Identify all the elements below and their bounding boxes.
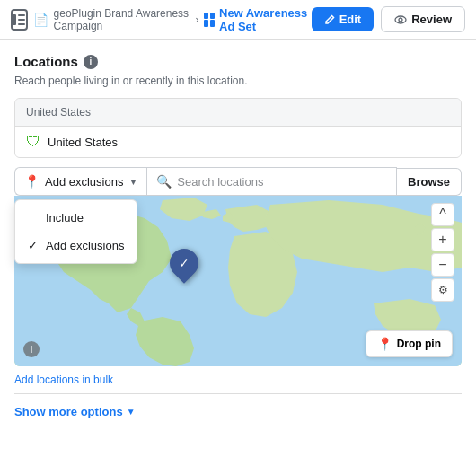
- svg-rect-2: [18, 19, 25, 21]
- map-location-marker: ✓: [170, 249, 198, 277]
- dropdown-include-label: Include: [46, 211, 84, 224]
- exclusions-label: Add exclusions: [45, 175, 123, 189]
- dropdown-item-include[interactable]: Include: [15, 204, 137, 232]
- search-locations-box: 🔍 Search locations: [146, 167, 397, 196]
- locations-subtitle: Reach people living in or recently in th…: [14, 75, 462, 87]
- drop-pin-button[interactable]: 📍 Drop pin: [366, 330, 453, 357]
- drop-pin-icon: 📍: [377, 337, 392, 351]
- exclusions-caret-icon: ▼: [128, 177, 137, 187]
- search-icon: 🔍: [156, 174, 172, 189]
- browse-button[interactable]: Browse: [397, 168, 462, 196]
- exclusions-check-icon: ✓: [28, 239, 39, 252]
- location-item-label: United States: [48, 136, 118, 149]
- adset-title-wrapper: New Awareness Ad Set: [204, 6, 311, 33]
- pin-red-icon: 📍: [24, 174, 40, 189]
- svg-rect-1: [18, 14, 25, 16]
- svg-rect-0: [13, 14, 16, 25]
- main-content: Locations i Reach people living in or re…: [0, 40, 476, 366]
- edit-button[interactable]: Edit: [312, 7, 375, 31]
- svg-point-5: [399, 18, 402, 22]
- location-box: United States 🛡 United States: [14, 98, 462, 158]
- divider: [14, 393, 462, 394]
- show-more-label: Show more options: [14, 405, 123, 418]
- svg-point-4: [395, 16, 406, 23]
- svg-rect-3: [18, 23, 25, 25]
- map-collapse-button[interactable]: ^: [431, 203, 454, 226]
- campaign-doc-icon: 📄: [33, 13, 48, 27]
- edit-icon: [324, 14, 335, 25]
- top-bar: 📄 geoPlugin Brand Awareness Campaign › N…: [0, 0, 476, 40]
- map-controls: ^ + − ⚙: [431, 203, 454, 302]
- breadcrumb-separator: ›: [195, 13, 198, 26]
- location-item: 🛡 United States: [15, 127, 461, 157]
- dropdown-exclusions-label: Add exclusions: [46, 239, 124, 252]
- add-exclusions-button[interactable]: 📍 Add exclusions ▼: [14, 167, 146, 196]
- map-zoom-in-button[interactable]: +: [431, 228, 454, 251]
- bottom-section: Add locations in bulk Show more options …: [0, 366, 476, 422]
- add-locations-bulk-link[interactable]: Add locations in bulk: [14, 374, 462, 386]
- dropdown-item-add-exclusions[interactable]: ✓ Add exclusions: [15, 232, 137, 259]
- drop-pin-label: Drop pin: [397, 338, 441, 350]
- breadcrumb: 📄 geoPlugin Brand Awareness Campaign › N…: [11, 6, 312, 33]
- show-more-caret-icon: ▼: [127, 407, 136, 417]
- top-bar-actions: Edit Review: [312, 6, 465, 32]
- map-zoom-out-button[interactable]: −: [431, 253, 454, 277]
- campaign-name: geoPlugin Brand Awareness Campaign: [54, 7, 190, 32]
- map-settings-button[interactable]: ⚙: [431, 278, 454, 302]
- shield-check-icon: 🛡: [26, 134, 40, 150]
- eye-icon: [394, 13, 407, 26]
- adset-grid-icon: [204, 13, 215, 27]
- exclusions-dropdown: Include ✓ Add exclusions: [14, 199, 137, 264]
- controls-row: 📍 Add exclusions ▼ 🔍 Search locations Br…: [14, 167, 462, 196]
- location-header: United States: [15, 99, 461, 127]
- review-button[interactable]: Review: [381, 6, 465, 32]
- show-more-button[interactable]: Show more options ▼: [14, 401, 136, 422]
- locations-info-icon[interactable]: i: [84, 55, 98, 69]
- controls-wrapper: 📍 Add exclusions ▼ 🔍 Search locations Br…: [14, 167, 462, 196]
- search-placeholder-text: Search locations: [177, 175, 263, 189]
- adset-title-text: New Awareness Ad Set: [219, 6, 312, 33]
- marker-check-icon: ✓: [179, 256, 190, 270]
- map-info-icon[interactable]: i: [23, 341, 40, 357]
- locations-section-title: Locations i: [14, 54, 462, 69]
- sidebar-toggle-icon[interactable]: [11, 9, 28, 31]
